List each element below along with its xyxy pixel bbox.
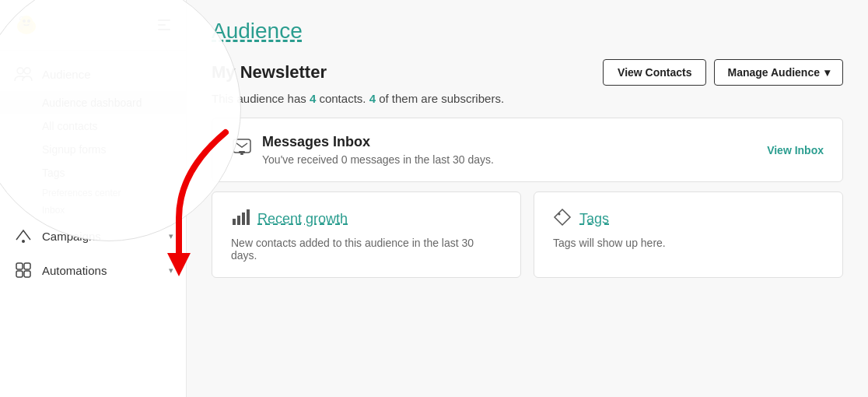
svg-rect-15 (24, 271, 30, 277)
automations-chevron-icon: ▾ (169, 265, 173, 276)
sidebar-item-campaigns[interactable]: Campaigns ▾ (0, 219, 186, 253)
sidebar: Audience Audience dashboard All contacts… (0, 0, 187, 397)
svg-rect-6 (158, 19, 170, 21)
svg-point-24 (558, 213, 561, 216)
svg-point-4 (19, 23, 24, 30)
messages-card-content: Messages Inbox You've received 0 message… (262, 134, 494, 166)
audience-icon (12, 63, 34, 85)
sidebar-item-inbox[interactable]: Inbox (0, 202, 186, 219)
sidebar-item-tags[interactable]: Tags (0, 161, 186, 184)
svg-rect-13 (24, 263, 30, 269)
svg-rect-22 (242, 213, 245, 225)
svg-point-10 (24, 68, 30, 74)
svg-rect-20 (233, 219, 236, 225)
sidebar-item-all-contacts[interactable]: All contacts (0, 114, 186, 138)
manage-audience-chevron-icon: ▾ (824, 66, 830, 79)
sidebar-nav: Audience Audience dashboard All contacts… (0, 51, 186, 293)
sidebar-item-audience[interactable]: Audience (0, 57, 186, 91)
manage-audience-button[interactable]: Manage Audience ▾ (714, 59, 843, 86)
messages-card-left: Messages Inbox You've received 0 message… (231, 134, 494, 166)
tags-card-header: Tags (553, 208, 824, 230)
sidebar-campaigns-label: Campaigns (42, 230, 101, 243)
sidebar-item-automations[interactable]: Automations ▾ (0, 253, 186, 287)
tags-title[interactable]: Tags (579, 211, 609, 227)
growth-chart-icon (231, 208, 250, 230)
bottom-cards-row: Recent growth New contacts added to this… (212, 191, 843, 278)
sidebar-item-signup-forms[interactable]: Signup forms (0, 138, 186, 161)
tags-card: Tags Tags will show up here. (534, 191, 843, 278)
sidebar-header (0, 0, 186, 51)
recent-growth-desc: New contacts added to this audience in t… (231, 237, 502, 262)
svg-rect-12 (16, 263, 23, 269)
svg-point-2 (23, 19, 26, 23)
header-buttons: View Contacts Manage Audience ▾ (603, 59, 843, 86)
tags-desc: Tags will show up here. (553, 237, 824, 249)
sidebar-toggle-button[interactable] (155, 16, 173, 34)
svg-point-5 (29, 23, 33, 30)
main-content: Audience My Newsletter View Contacts Man… (187, 0, 868, 397)
view-inbox-link[interactable]: View Inbox (767, 144, 824, 156)
svg-point-11 (22, 240, 25, 243)
svg-rect-7 (158, 24, 166, 26)
svg-rect-23 (247, 209, 250, 225)
messages-inbox-title: Messages Inbox (262, 134, 494, 150)
campaigns-icon (12, 225, 34, 247)
svg-rect-8 (158, 29, 170, 30)
sidebar-item-audience-dashboard[interactable]: Audience dashboard (0, 91, 186, 114)
svg-rect-17 (233, 139, 250, 153)
audience-section-header: My Newsletter View Contacts Manage Audie… (212, 59, 843, 86)
growth-card-header: Recent growth (231, 208, 502, 230)
messages-inbox-card: Messages Inbox You've received 0 message… (212, 118, 843, 182)
automations-icon (12, 259, 34, 281)
campaigns-chevron-icon: ▾ (169, 231, 173, 241)
svg-point-9 (17, 68, 23, 74)
svg-rect-21 (237, 216, 240, 225)
page-title: Audience (212, 19, 843, 44)
svg-point-3 (27, 19, 30, 23)
messages-inbox-desc: You've received 0 messages in the last 3… (262, 153, 494, 166)
sidebar-item-preferences-center[interactable]: Preferences center (0, 184, 186, 202)
sidebar-audience-label: Audience (42, 68, 91, 81)
svg-rect-19 (240, 153, 243, 155)
audience-name: My Newsletter (212, 62, 327, 83)
svg-rect-18 (239, 151, 245, 153)
view-contacts-button[interactable]: View Contacts (603, 59, 706, 86)
mailchimp-logo[interactable] (12, 11, 40, 39)
sidebar-automations-label: Automations (42, 264, 107, 277)
svg-rect-14 (16, 271, 23, 277)
recent-growth-card: Recent growth New contacts added to this… (212, 191, 521, 278)
messages-inbox-icon (231, 135, 253, 162)
tag-icon (553, 208, 572, 230)
contacts-info: This audience has 4 contacts. 4 of them … (212, 92, 843, 105)
recent-growth-title[interactable]: Recent growth (257, 211, 348, 227)
